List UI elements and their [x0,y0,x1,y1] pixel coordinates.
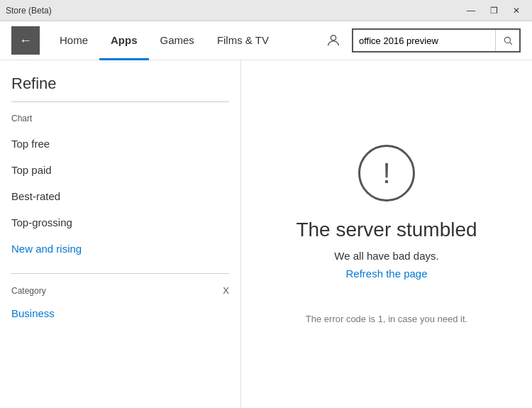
filter-new-rising[interactable]: New and rising [11,236,229,262]
category-clear-button[interactable]: X [223,285,229,296]
refine-title: Refine [11,75,229,93]
filter-top-paid[interactable]: Top paid [11,157,229,183]
category-label: Category [11,286,46,296]
app-container: ← Home Apps Games Films & TV [0,21,532,408]
sidebar-divider2 [11,273,229,274]
filter-best-rated[interactable]: Best-rated [11,183,229,209]
nav-item-games[interactable]: Games [149,21,206,60]
title-bar-title: Store (Beta) [6,6,52,16]
svg-point-0 [331,35,336,40]
error-subtitle: We all have bad days. [334,250,438,262]
search-input[interactable] [353,30,495,51]
business-filter[interactable]: Business [11,304,229,322]
nav-item-films[interactable]: Films & TV [206,21,280,60]
title-bar: Store (Beta) — ❐ ✕ [0,0,532,21]
svg-point-1 [504,37,510,43]
sidebar-divider [11,101,229,102]
user-icon[interactable] [322,29,345,52]
category-row: Category X [11,285,229,296]
close-button[interactable]: ✕ [506,4,526,18]
chart-label: Chart [11,114,229,123]
header: ← Home Apps Games Films & TV [0,21,532,60]
svg-line-2 [509,43,511,45]
error-code: The error code is 1, in case you need it… [306,314,467,324]
search-box [352,28,521,53]
header-right [322,28,521,53]
sidebar: Refine Chart Top free Top paid Best-rate… [0,60,241,408]
title-bar-controls: — ❐ ✕ [461,4,526,18]
error-exclamation-icon: ! [382,159,390,187]
nav-item-home[interactable]: Home [48,21,99,60]
error-area: ! The server stumbled We all have bad da… [241,60,532,408]
nav-item-apps[interactable]: Apps [99,21,149,60]
error-icon-circle: ! [358,145,415,202]
filter-top-grossing[interactable]: Top-grossing [11,209,229,236]
minimize-button[interactable]: — [461,4,481,18]
back-button[interactable]: ← [11,26,40,55]
nav-items: Home Apps Games Films & TV [48,21,322,60]
refresh-link[interactable]: Refresh the page [345,268,427,280]
error-title: The server stumbled [296,219,477,241]
main-content: Refine Chart Top free Top paid Best-rate… [0,60,532,408]
back-icon: ← [19,33,32,48]
filter-top-free[interactable]: Top free [11,131,229,157]
search-button[interactable] [495,30,519,51]
maximize-button[interactable]: ❐ [484,4,504,18]
